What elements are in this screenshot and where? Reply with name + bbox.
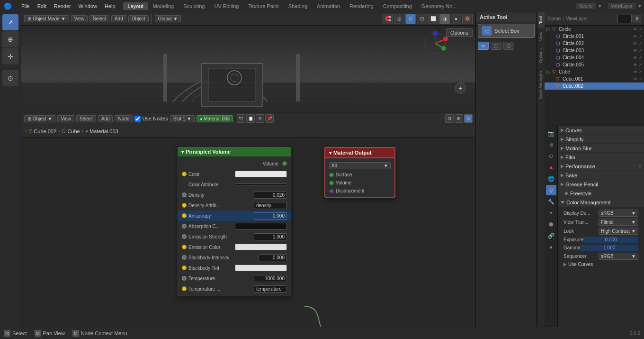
emission-color-socket[interactable] bbox=[182, 245, 187, 249]
prop-icon-constraints[interactable]: 🔗 bbox=[546, 230, 556, 241]
surface-input-socket[interactable] bbox=[329, 173, 334, 177]
node-editor-extra1[interactable]: ⊡ bbox=[445, 114, 454, 123]
viewport-select-menu[interactable]: Select bbox=[89, 15, 109, 22]
node-field-absorption[interactable]: Absorption C... bbox=[178, 221, 291, 231]
material-delete-icon[interactable]: ✕ bbox=[256, 114, 264, 123]
status-select[interactable]: M Select bbox=[4, 330, 27, 337]
section-performance-header[interactable]: Performance ≡ bbox=[558, 162, 644, 171]
emission-color-input[interactable] bbox=[235, 244, 287, 250]
gamma-input[interactable] bbox=[581, 245, 638, 251]
viewport-gizmo[interactable] bbox=[421, 29, 449, 59]
tool-select[interactable]: ↗ bbox=[2, 14, 18, 30]
section-simplify-header[interactable]: Simplify bbox=[558, 135, 644, 144]
outliner-sel-circle004[interactable]: ↗ bbox=[638, 55, 642, 60]
outliner-sel-circle[interactable]: ↗ bbox=[638, 27, 642, 32]
menu-help[interactable]: Help bbox=[101, 2, 119, 10]
node-field-temperature-attrib[interactable]: Temperature ... bbox=[178, 284, 291, 294]
display-device-select[interactable]: sRGB ▼ bbox=[599, 210, 638, 217]
outliner-sel-cube002[interactable]: ↗ bbox=[638, 84, 642, 89]
outliner-item-cube001[interactable]: ▽ Cube.001 👁 ↗ bbox=[545, 75, 644, 82]
prop-icon-scene[interactable]: 🔺 bbox=[546, 162, 556, 173]
tab-options-rst[interactable]: Options bbox=[537, 45, 545, 67]
outliner-vis-circle[interactable]: 👁 bbox=[633, 27, 637, 32]
tool-extra1[interactable]: ⊙ bbox=[2, 70, 18, 86]
node-editor-extra2[interactable]: ⊞ bbox=[455, 114, 463, 123]
tab-rendering[interactable]: Rendering bbox=[345, 2, 378, 10]
absorption-color-input[interactable] bbox=[235, 223, 287, 229]
view-transform-select[interactable]: Filmic ▼ bbox=[599, 219, 638, 226]
displacement-input-socket[interactable] bbox=[329, 189, 334, 193]
menu-render[interactable]: Render bbox=[50, 2, 75, 10]
section-freestyle-header[interactable]: Freestyle bbox=[558, 189, 644, 198]
outliner-sel-circle005[interactable]: ↗ bbox=[638, 63, 642, 67]
node-object-selector[interactable]: ⊞ Object ▼ bbox=[24, 115, 55, 122]
prop-icon-world[interactable]: 🌐 bbox=[546, 174, 556, 184]
tab-shading[interactable]: Shading bbox=[284, 2, 312, 10]
principled-volume-node[interactable]: ▾ Principled Volume Volume Color bbox=[178, 147, 291, 296]
transform-selector[interactable]: Global ▼ bbox=[155, 15, 181, 22]
shading-solid[interactable]: ◑ bbox=[439, 14, 450, 24]
status-node-context[interactable]: M Node Context Menu bbox=[72, 330, 127, 337]
outliner-sel-cube[interactable]: ↗ bbox=[638, 70, 642, 74]
breadcrumb-material[interactable]: ● Material.003 bbox=[85, 128, 118, 134]
slot-selector[interactable]: Slot 1 ▼ bbox=[170, 115, 195, 122]
look-select[interactable]: High Contrast ▼ bbox=[599, 228, 638, 235]
blackbody-intensity-input[interactable] bbox=[259, 254, 287, 261]
blackbody-tint-input[interactable] bbox=[235, 265, 287, 271]
outliner-sel-circle002[interactable]: ↗ bbox=[638, 41, 642, 46]
node-field-emission-color[interactable]: Emission Color bbox=[178, 242, 291, 252]
anisotropy-input[interactable] bbox=[254, 212, 287, 220]
density-socket[interactable] bbox=[182, 192, 187, 197]
node-field-blackbody-tint[interactable]: Blackbody Tint bbox=[178, 263, 291, 273]
viewport-object-menu[interactable]: Object bbox=[128, 15, 149, 22]
blackbody-tint-socket[interactable] bbox=[182, 266, 187, 270]
node-field-color-attribute[interactable]: Color Attribute bbox=[178, 179, 291, 190]
node-field-temperature[interactable]: Temperature bbox=[178, 273, 291, 284]
tool-cursor[interactable]: ⊕ bbox=[2, 31, 18, 47]
breadcrumb-cube[interactable]: ⬡ Cube bbox=[62, 128, 80, 134]
viewport-options-btn[interactable]: Options bbox=[446, 28, 473, 37]
prop-icon-render[interactable]: 📷 bbox=[546, 128, 556, 138]
use-nodes-checkbox[interactable] bbox=[134, 116, 141, 122]
emission-strength-socket[interactable] bbox=[182, 234, 187, 239]
tab-tool[interactable]: Tool bbox=[537, 12, 545, 28]
outliner-vis-circle003[interactable]: 👁 bbox=[633, 48, 637, 53]
temperature-attrib-socket[interactable] bbox=[182, 286, 187, 291]
exposure-input[interactable] bbox=[583, 237, 638, 243]
anisotropy-socket[interactable] bbox=[182, 213, 187, 218]
outliner-vis-circle002[interactable]: 👁 bbox=[633, 41, 637, 46]
node-node-menu[interactable]: Node bbox=[115, 115, 133, 122]
temperature-attrib-input[interactable] bbox=[254, 285, 287, 293]
section-grease-pencil-header[interactable]: Grease Pencil bbox=[558, 180, 644, 189]
overlay-icon[interactable]: ⊙ bbox=[405, 14, 416, 24]
tab-view-rst[interactable]: View bbox=[537, 28, 545, 45]
node-field-anisotropy[interactable]: Anisotropy bbox=[178, 211, 291, 221]
section-motion-blur-header[interactable]: Motion Blur bbox=[558, 144, 644, 153]
node-add-menu[interactable]: Add bbox=[98, 115, 113, 122]
tab-sculpting[interactable]: Sculpting bbox=[179, 2, 209, 10]
sequencer-select[interactable]: sRGB ▼ bbox=[599, 253, 638, 260]
tab-compositing[interactable]: Compositing bbox=[378, 2, 417, 10]
color-socket[interactable] bbox=[182, 172, 187, 176]
node-editor-extra3[interactable]: ⊙ bbox=[464, 114, 473, 123]
viewport-zoom-in[interactable]: + bbox=[455, 82, 466, 94]
breadcrumb-cube002[interactable]: ▽ Cube.002 bbox=[28, 128, 56, 134]
use-nodes-toggle[interactable]: Use Nodes bbox=[134, 116, 168, 122]
outliner-item-circle002[interactable]: ⬡ Circle.002 👁 ↗ bbox=[545, 40, 644, 47]
performance-menu-icon[interactable]: ≡ bbox=[639, 164, 641, 169]
tab-node-wrangler[interactable]: Node Wrangler bbox=[537, 67, 545, 103]
menu-edit[interactable]: Edit bbox=[34, 2, 50, 10]
prop-icon-particles[interactable]: ✦ bbox=[546, 208, 556, 218]
section-curves-header[interactable]: Curves bbox=[558, 126, 644, 135]
xray-icon[interactable]: ⊡ bbox=[417, 14, 427, 24]
tab-animation[interactable]: Animation bbox=[312, 2, 345, 10]
node-select-menu[interactable]: Select bbox=[76, 115, 96, 122]
outliner-vis-cube[interactable]: 👁 bbox=[633, 70, 637, 74]
node-field-emission-strength[interactable]: Emission Strength bbox=[178, 231, 291, 242]
outliner-vis-circle004[interactable]: 👁 bbox=[633, 55, 637, 60]
outliner-item-circle004[interactable]: ⬡ Circle.004 👁 ↗ bbox=[545, 54, 644, 61]
node-field-blackbody-intensity[interactable]: Blackbody Intensity bbox=[178, 252, 291, 263]
select-box-tool[interactable]: ▭ Select Box bbox=[478, 24, 535, 38]
node-field-color[interactable]: Color bbox=[178, 169, 291, 179]
prop-icon-modifier[interactable]: 🔧 bbox=[546, 196, 556, 207]
